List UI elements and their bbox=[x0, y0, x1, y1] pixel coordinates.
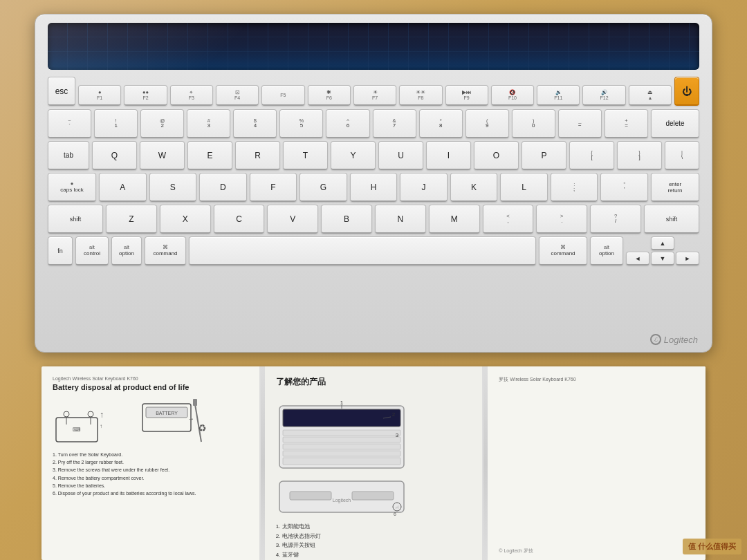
key-y[interactable]: Y bbox=[331, 141, 376, 170]
key-g[interactable]: G bbox=[299, 173, 347, 202]
key-9[interactable]: ( 9 bbox=[465, 109, 509, 138]
svg-text:↑: ↑ bbox=[100, 423, 102, 429]
key-v[interactable]: V bbox=[267, 205, 318, 234]
key-shift-right[interactable]: shift bbox=[644, 205, 699, 234]
key-q[interactable]: Q bbox=[92, 141, 137, 170]
key-bracket-l[interactable]: { [ bbox=[569, 141, 614, 170]
key-minus[interactable]: _ − bbox=[558, 109, 602, 138]
key-5[interactable]: % 5 bbox=[279, 109, 323, 138]
solar-reflection bbox=[48, 23, 341, 70]
key-x[interactable]: X bbox=[160, 205, 211, 234]
key-enter[interactable]: enter return bbox=[651, 173, 699, 202]
key-t[interactable]: T bbox=[283, 141, 328, 170]
key-s[interactable]: S bbox=[149, 173, 197, 202]
key-u[interactable]: U bbox=[378, 141, 423, 170]
power-icon: ⏻ bbox=[682, 86, 692, 97]
key-f11[interactable]: 🔉 F11 bbox=[537, 85, 580, 106]
key-b[interactable]: B bbox=[321, 205, 372, 234]
key-bracket-r[interactable]: } ] bbox=[617, 141, 662, 170]
logitech-logo: ℒ Logitech bbox=[650, 334, 698, 345]
watermark: 值 什么值得买 bbox=[683, 539, 741, 554]
key-slash[interactable]: ? / bbox=[590, 205, 641, 234]
key-tab[interactable]: tab bbox=[48, 141, 89, 170]
key-option-left[interactable]: alt option bbox=[111, 236, 142, 265]
key-quote[interactable]: " ' bbox=[600, 173, 648, 202]
key-c[interactable]: C bbox=[214, 205, 265, 234]
key-e[interactable]: E bbox=[187, 141, 232, 170]
key-arrow-right[interactable]: ► bbox=[676, 252, 699, 265]
key-backslash[interactable]: | \ bbox=[665, 141, 699, 170]
key-f12[interactable]: 🔊 F12 bbox=[582, 85, 625, 106]
key-arrow-up[interactable]: ▲ bbox=[651, 236, 674, 250]
key-esc[interactable]: esc bbox=[48, 77, 75, 106]
key-caps-lock[interactable]: ● caps lock bbox=[48, 173, 96, 202]
key-eject[interactable]: ⏏ ▲ bbox=[629, 85, 672, 106]
key-period[interactable]: > . bbox=[536, 205, 587, 234]
manual-step-4: 4. Remove the battery compartment cover. bbox=[53, 474, 248, 482]
key-command-left[interactable]: ⌘ command bbox=[145, 236, 186, 265]
key-8[interactable]: * 8 bbox=[419, 109, 463, 138]
key-f[interactable]: F bbox=[250, 173, 297, 202]
key-comma[interactable]: < , bbox=[483, 205, 534, 234]
key-spacebar[interactable] bbox=[189, 236, 536, 265]
key-f6[interactable]: ✱ F6 bbox=[308, 85, 351, 106]
svg-point-4 bbox=[64, 411, 69, 417]
key-f1[interactable]: ● F1 bbox=[78, 85, 121, 106]
key-fn[interactable]: fn bbox=[48, 236, 73, 265]
watermark-text: 值 什么值得买 bbox=[688, 542, 736, 550]
key-f8[interactable]: ☀☀ F8 bbox=[399, 85, 442, 106]
key-f2[interactable]: ●● F2 bbox=[124, 85, 167, 106]
key-delete[interactable]: delete bbox=[651, 109, 699, 138]
key-h[interactable]: H bbox=[350, 173, 398, 202]
key-power[interactable]: ⏻ bbox=[674, 77, 699, 106]
key-1[interactable]: ! 1 bbox=[94, 109, 138, 138]
key-i[interactable]: I bbox=[426, 141, 471, 170]
key-a[interactable]: A bbox=[99, 173, 147, 202]
key-j[interactable]: J bbox=[400, 173, 448, 202]
keyboard: ℒ Logitech esc ● F1 ●● F2 ⌖ F3 ⊡ F4 bbox=[35, 14, 712, 353]
svg-text:⑁: ⑁ bbox=[396, 505, 398, 510]
manual-section-title: Battery disposal at product end of life bbox=[53, 383, 248, 391]
svg-rect-18 bbox=[283, 437, 400, 442]
key-control[interactable]: alt control bbox=[75, 236, 109, 265]
key-semicolon[interactable]: : ; bbox=[551, 173, 598, 202]
key-n[interactable]: N bbox=[375, 205, 426, 234]
key-w[interactable]: W bbox=[140, 141, 185, 170]
key-option-right[interactable]: alt option bbox=[590, 236, 623, 265]
manual-brand-title: Logitech Wireless Solar Keyboard K760 bbox=[53, 376, 248, 381]
svg-point-6 bbox=[88, 411, 93, 417]
key-f7[interactable]: ☀ F7 bbox=[353, 85, 396, 106]
manual-footer: © Logitech 罗技 bbox=[499, 548, 533, 554]
key-command-right[interactable]: ⌘ command bbox=[539, 236, 587, 265]
key-z[interactable]: Z bbox=[106, 205, 157, 234]
key-f3[interactable]: ⌖ F3 bbox=[170, 85, 213, 106]
key-f4[interactable]: ⊡ F4 bbox=[216, 85, 259, 106]
key-equals[interactable]: + = bbox=[605, 109, 648, 138]
key-m[interactable]: M bbox=[429, 205, 480, 234]
key-p[interactable]: P bbox=[522, 141, 566, 170]
key-0[interactable]: ) 0 bbox=[512, 109, 555, 138]
manual-booklet: Logitech Wireless Solar Keyboard K760 Ba… bbox=[42, 366, 706, 560]
key-arrow-down[interactable]: ▼ bbox=[651, 252, 674, 265]
key-d[interactable]: D bbox=[199, 173, 247, 202]
key-o[interactable]: O bbox=[474, 141, 519, 170]
key-shift-left[interactable]: shift bbox=[48, 205, 103, 234]
key-tilde[interactable]: ~ ` bbox=[48, 109, 91, 138]
svg-rect-16 bbox=[283, 409, 400, 427]
part-1: 1. 太阳能电池 bbox=[276, 522, 472, 532]
svg-text:♻: ♻ bbox=[198, 422, 207, 433]
key-3[interactable]: # 3 bbox=[187, 109, 230, 138]
manual-chinese-title: 了解您的产品 bbox=[276, 376, 472, 388]
part-4: 4. 蓝牙键 bbox=[276, 550, 472, 560]
key-arrow-left[interactable]: ◄ bbox=[626, 252, 649, 265]
key-k[interactable]: K bbox=[450, 173, 498, 202]
key-r[interactable]: R bbox=[235, 141, 280, 170]
key-7[interactable]: & 7 bbox=[373, 109, 416, 138]
key-f9[interactable]: ▶⏭ F9 bbox=[445, 85, 488, 106]
key-f5[interactable]: F5 bbox=[261, 85, 304, 106]
key-6[interactable]: ^ 6 bbox=[326, 109, 369, 138]
key-f10[interactable]: 🔇 F10 bbox=[491, 85, 534, 106]
key-4[interactable]: $ 4 bbox=[233, 109, 277, 138]
key-l[interactable]: L bbox=[500, 173, 548, 202]
key-2[interactable]: @ 2 bbox=[140, 109, 184, 138]
